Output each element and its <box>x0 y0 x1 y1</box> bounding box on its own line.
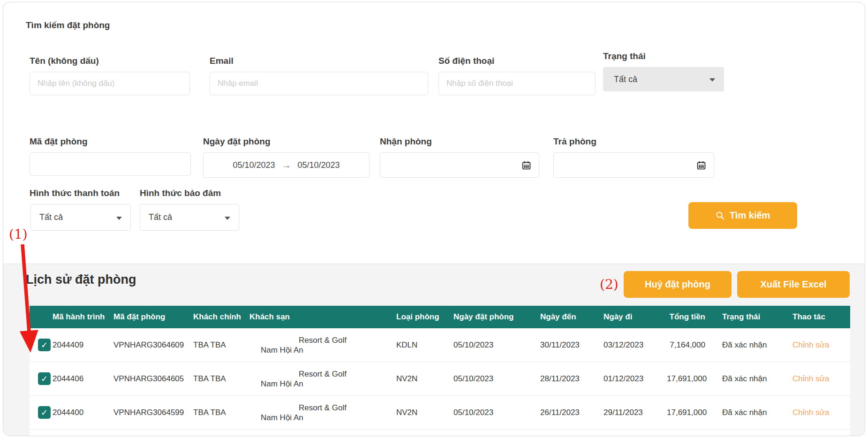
header-guest: Khách chính <box>191 306 248 328</box>
cell-booking-date: 05/10/2023 <box>452 328 538 362</box>
booking-date-to: 05/10/2023 <box>298 160 340 170</box>
header-booking-date: Ngày đặt phòng <box>452 306 538 328</box>
name-label: Tên (không dấu) <box>30 56 190 66</box>
cell-booking-code: VPNHARG3064605 <box>112 362 191 396</box>
cell-guest: TBA TBA <box>191 362 248 396</box>
cell-arrival: 28/11/2023 <box>538 362 602 396</box>
name-field-group: Tên (không dấu) <box>30 56 190 95</box>
checkin-date-picker[interactable] <box>380 152 539 178</box>
booking-management-panel: Tìm kiếm đặt phòng Tên (không dấu) Email… <box>3 2 865 436</box>
calendar-icon <box>696 160 706 170</box>
phone-label: Số điện thoại <box>438 56 596 66</box>
booking-code-input[interactable] <box>30 152 191 176</box>
annotation-2: (2) <box>600 277 619 292</box>
booking-date-label: Ngày đặt phòng <box>203 136 370 147</box>
payment-select[interactable]: Tất cả <box>30 204 131 231</box>
guarantee-select[interactable]: Tất cả <box>140 204 239 231</box>
edit-link[interactable]: Chỉnh sửa <box>793 374 829 383</box>
checkout-date-picker[interactable] <box>553 152 714 178</box>
search-button[interactable]: Tìm kiếm <box>688 202 797 229</box>
guarantee-label: Hình thức bảo đảm <box>133 188 245 198</box>
header-arrival: Ngày đến <box>538 306 602 328</box>
cancel-booking-label: Huỷ đặt phòng <box>645 279 710 290</box>
cell-status: Đã xác nhận <box>712 362 777 396</box>
row-checkbox[interactable] <box>38 339 51 351</box>
cell-itinerary: 2044409 <box>51 328 112 362</box>
checkout-field-group: Trả phòng <box>553 136 714 178</box>
status-label: Trạng thái <box>603 51 724 61</box>
cell-booking-code: VPNHARG3064609 <box>112 328 191 362</box>
guarantee-field-group: Hình thức bảo đảm Tất cả <box>133 188 245 231</box>
cell-hotel: Resort & Golf Nam Hội An <box>248 328 393 362</box>
cell-departure: 03/12/2023 <box>602 328 665 362</box>
checkin-label: Nhận phòng <box>380 136 539 147</box>
header-checkbox-col <box>30 306 51 328</box>
cell-arrival: 30/11/2023 <box>538 328 602 362</box>
row-checkbox[interactable] <box>38 406 51 419</box>
table-row: 2044406 VPNHARG3064605 TBA TBA Resort & … <box>30 362 850 396</box>
table-row: 2044400 VPNHARG3064599 TBA TBA Resort & … <box>30 396 850 430</box>
search-button-label: Tìm kiếm <box>730 210 770 221</box>
cell-departure: 29/11/2023 <box>602 396 665 430</box>
booking-date-range-picker[interactable]: 05/10/2023 → 05/10/2023 <box>203 152 370 178</box>
header-booking-code: Mã đặt phòng <box>112 306 191 328</box>
booking-date-from: 05/10/2023 <box>233 160 275 170</box>
export-excel-button[interactable]: Xuất File Excel <box>737 271 850 298</box>
checkin-field-group: Nhận phòng <box>380 136 539 178</box>
cell-status: Đã xác nhận <box>712 396 777 430</box>
cell-hotel: Resort & Golf Nam Hội An <box>248 396 393 430</box>
search-icon <box>716 211 725 220</box>
cell-total: 17,691,000 <box>665 396 712 430</box>
email-field-group: Email <box>210 56 428 95</box>
table-row: 2044409 VPNHARG3064609 TBA TBA Resort & … <box>30 328 850 362</box>
screenshot-stage: Tìm kiếm đặt phòng Tên (không dấu) Email… <box>0 0 868 438</box>
name-input[interactable] <box>30 72 190 95</box>
email-label: Email <box>210 56 428 66</box>
cell-total: 7,164,000 <box>665 328 712 362</box>
chevron-down-icon <box>116 217 122 220</box>
cell-departure: 01/12/2023 <box>602 362 665 396</box>
cell-arrival: 26/11/2023 <box>538 396 602 430</box>
payment-field-group: Hình thức thanh toán Tất cả <box>26 188 138 231</box>
cell-room-type: KDLN <box>393 328 452 362</box>
chevron-down-icon <box>225 217 230 220</box>
export-excel-label: Xuất File Excel <box>760 279 826 290</box>
calendar-icon <box>521 160 531 170</box>
phone-input[interactable] <box>438 72 596 95</box>
payment-label: Hình thức thanh toán <box>26 188 138 198</box>
email-input[interactable] <box>210 72 428 95</box>
header-room-type: Loại phòng <box>393 306 452 328</box>
header-itinerary: Mã hành trình <box>51 306 112 328</box>
table-header-row: Mã hành trình Mã đặt phòng Khách chính K… <box>30 306 850 328</box>
edit-link[interactable]: Chỉnh sửa <box>793 340 829 349</box>
payment-select-value: Tất cả <box>39 212 63 222</box>
edit-link[interactable]: Chỉnh sửa <box>793 408 829 417</box>
booking-date-field-group: Ngày đặt phòng 05/10/2023 → 05/10/2023 <box>203 136 370 178</box>
cell-total: 17,691,000 <box>665 362 712 396</box>
row-checkbox[interactable] <box>38 372 51 385</box>
cancel-booking-button[interactable]: Huỷ đặt phòng <box>624 271 732 298</box>
guarantee-select-value: Tất cả <box>149 212 172 222</box>
cell-status: Đã xác nhận <box>712 328 777 362</box>
section-divider <box>3 264 865 264</box>
booking-code-label: Mã đặt phòng <box>30 136 191 147</box>
status-select-value: Tất cả <box>614 75 637 84</box>
cell-itinerary: 2044406 <box>51 362 112 396</box>
header-total: Tổng tiền <box>665 306 712 328</box>
table-tail <box>30 430 850 436</box>
header-action: Thao tác <box>777 306 850 328</box>
booking-code-field-group: Mã đặt phòng <box>30 136 191 176</box>
checkout-label: Trả phòng <box>553 136 714 147</box>
cell-room-type: NV2N <box>393 396 452 430</box>
cell-room-type: NV2N <box>393 362 452 396</box>
header-hotel: Khách sạn <box>248 306 393 328</box>
chevron-down-icon <box>709 78 715 82</box>
cell-booking-date: 05/10/2023 <box>452 362 538 396</box>
status-select[interactable]: Tất cả <box>603 67 724 91</box>
history-section-title: Lịch sử đặt phòng <box>26 272 136 287</box>
phone-field-group: Số điện thoại <box>438 56 596 95</box>
arrow-right-icon: → <box>282 160 291 171</box>
header-status: Trạng thái <box>712 306 777 328</box>
status-field-group: Trạng thái Tất cả <box>603 51 724 91</box>
header-departure: Ngày đi <box>602 306 665 328</box>
